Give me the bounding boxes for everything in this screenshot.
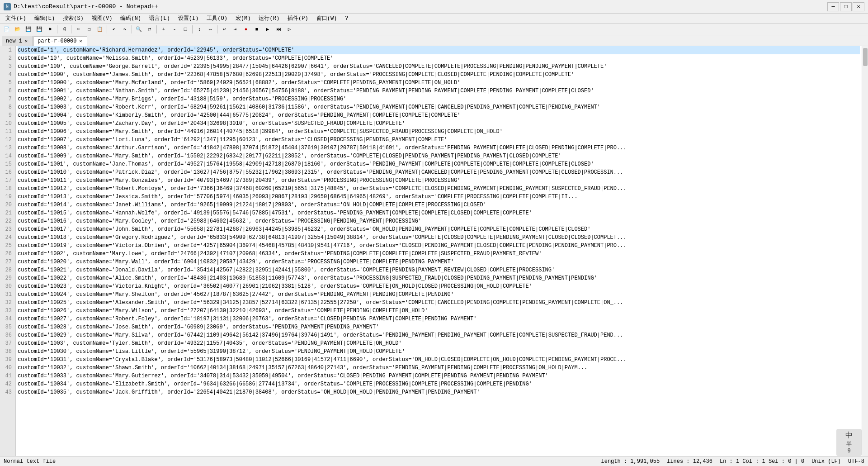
indent-button[interactable]: ⇥ — [230, 25, 240, 34]
wrap-button[interactable]: ↩ — [219, 25, 229, 34]
code-line-11[interactable]: customId='10006', customName='Mary.Smith… — [18, 128, 860, 136]
line-number-1: 1 — [0, 46, 14, 54]
code-line-33[interactable]: customId='10026', customName='Mary.Wilso… — [18, 307, 860, 315]
sep5 — [156, 25, 157, 33]
code-line-3[interactable]: customId='100', customName='George.Barre… — [18, 62, 860, 71]
code-line-42[interactable]: customId='10034', customName='Elizabeth.… — [18, 380, 860, 388]
open-file-button[interactable]: 📂 — [13, 25, 23, 34]
code-line-6[interactable]: customId='10001', customName='Nathan.Smi… — [18, 87, 860, 95]
code-line-8[interactable]: customId='10003', customName='Robert.Ker… — [18, 103, 860, 111]
macro-rec-button[interactable]: ● — [241, 25, 251, 34]
print-button[interactable]: 🖨 — [59, 25, 69, 34]
minimize-button[interactable]: — — [827, 2, 839, 11]
code-line-39[interactable]: customId='10031', customName='Crystal.Bl… — [18, 356, 860, 364]
line-number-31: 31 — [0, 290, 14, 299]
code-line-14[interactable]: customId='10009', customName='Mary.Smith… — [18, 152, 860, 160]
tab-part-r[interactable]: part-r-00000 ✕ — [33, 36, 87, 46]
corner-char1: 中 — [845, 431, 853, 440]
code-line-34[interactable]: customId='10027', customName='Robert.Fol… — [18, 315, 860, 323]
line-number-22: 22 — [0, 217, 14, 225]
code-line-12[interactable]: customId='10007', customName='Lori.Luna'… — [18, 136, 860, 144]
code-line-23[interactable]: customId='10017', customName='John.Smith… — [18, 225, 860, 233]
menu-file[interactable]: 文件(F) — [2, 14, 30, 23]
menu-macro[interactable]: 宏(M) — [232, 14, 255, 23]
sync-scroll-v-button[interactable]: ↕ — [194, 25, 204, 34]
code-line-20[interactable]: customId='10014', customName='Janet.Will… — [18, 201, 860, 209]
menu-help[interactable]: ? — [341, 14, 352, 23]
code-line-22[interactable]: customId='10016', customName='Mary.Coole… — [18, 217, 860, 225]
new-file-button[interactable]: 📄 — [2, 25, 12, 34]
macro-play-button[interactable]: ▶ — [263, 25, 273, 34]
code-line-31[interactable]: customId='10024', customName='Mary.Shelt… — [18, 290, 860, 299]
menu-edit[interactable]: 编辑(E) — [31, 14, 59, 23]
code-line-19[interactable]: customId='10013', customName='Jessica.Sm… — [18, 193, 860, 201]
code-line-38[interactable]: customId='10030', customName='Lisa.Littl… — [18, 347, 860, 356]
run-button[interactable]: ▷ — [284, 25, 294, 34]
vertical-scrollbar[interactable] — [862, 46, 868, 456]
code-line-28[interactable]: customId='10021', customName='Donald.Dav… — [18, 266, 860, 274]
macro-stop-button[interactable]: ■ — [252, 25, 262, 34]
code-line-41[interactable]: customId='10033', customName='Mary.Gutie… — [18, 372, 860, 380]
line-number-8: 8 — [0, 103, 14, 111]
code-line-32[interactable]: customId='10025', customName='Alexander.… — [18, 299, 860, 307]
code-line-18[interactable]: customId='10012', customName='Robert.Mon… — [18, 185, 860, 193]
code-line-17[interactable]: customId='10011', customName='Mary.Gonza… — [18, 176, 860, 185]
code-line-5[interactable]: customId='10000', customName='Mary.Mcfar… — [18, 79, 860, 87]
menu-run[interactable]: 运行(R) — [255, 14, 283, 23]
code-line-2[interactable]: customId='10', customName='Melissa.Smith… — [18, 54, 860, 62]
line-number-42: 42 — [0, 380, 14, 388]
zoom-reset-button[interactable]: □ — [180, 25, 190, 34]
menu-language[interactable]: 语言(L) — [146, 14, 174, 23]
code-line-40[interactable]: customId='10032', customName='Shawn.Smit… — [18, 364, 860, 372]
code-line-7[interactable]: customId='10002', customName='Mary.Brigg… — [18, 95, 860, 103]
menu-view[interactable]: 视图(V) — [88, 14, 116, 23]
menu-settings[interactable]: 设置(I) — [175, 14, 203, 23]
sync-scroll-h-button[interactable]: ↔ — [205, 25, 215, 34]
maximize-button[interactable]: □ — [840, 2, 852, 11]
find-button[interactable]: 🔍 — [134, 25, 144, 34]
code-area[interactable]: customId='1', customName='Richard.Hernan… — [16, 46, 862, 456]
tab-part-r-close[interactable]: ✕ — [78, 38, 83, 44]
code-line-30[interactable]: customId='10023', customName='Victoria.K… — [18, 282, 860, 290]
menu-tools[interactable]: 工具(O) — [203, 14, 231, 23]
code-line-35[interactable]: customId='10028', customName='Jose.Smith… — [18, 323, 860, 331]
cut-button[interactable]: ✂ — [73, 25, 83, 34]
code-line-16[interactable]: customId='10010', customName='Patrick.Di… — [18, 168, 860, 176]
code-line-25[interactable]: customId='10019', customName='Victoria.O… — [18, 242, 860, 250]
close-button[interactable]: ✕ — [853, 2, 864, 11]
code-line-27[interactable]: customId='10020', customName='Mary.Wall'… — [18, 258, 860, 266]
replace-button[interactable]: ⇄ — [145, 25, 155, 34]
code-line-13[interactable]: customId='10008', customName='Arthur.Gar… — [18, 144, 860, 152]
zoom-in-button[interactable]: + — [159, 25, 169, 34]
tab-new1-close[interactable]: ✕ — [24, 38, 28, 44]
code-line-26[interactable]: customId='1002', customName='Mary.Lowe',… — [18, 250, 860, 258]
code-line-36[interactable]: customId='10029', customName='Mary.Silva… — [18, 331, 860, 339]
window-controls[interactable]: — □ ✕ — [827, 2, 864, 11]
zoom-out-button[interactable]: - — [170, 25, 179, 34]
save-button[interactable]: 💾 — [24, 25, 33, 34]
undo-button[interactable]: ↶ — [109, 25, 119, 34]
code-line-24[interactable]: customId='10018', customName='Gregory.Ro… — [18, 233, 860, 242]
code-line-37[interactable]: customId='1003', customName='Tyler.Smith… — [18, 339, 860, 347]
menu-plugins[interactable]: 插件(P) — [284, 14, 312, 23]
code-line-10[interactable]: customId='10005', customName='Zachary.Da… — [18, 119, 860, 128]
paste-button[interactable]: 📋 — [95, 25, 105, 34]
code-line-21[interactable]: customId='10015', customName='Hannah.Wol… — [18, 209, 860, 217]
code-line-29[interactable]: customId='10022', customName='Alice.Smit… — [18, 274, 860, 282]
macro-run-button[interactable]: ⏭ — [274, 25, 283, 34]
code-line-1[interactable]: customId='1', customName='Richard.Hernan… — [18, 46, 860, 54]
menu-window[interactable]: 窗口(W) — [313, 14, 341, 23]
scrollbar-thumb[interactable] — [863, 48, 868, 66]
code-line-9[interactable]: customId='10004', customName='Kimberly.S… — [18, 111, 860, 119]
redo-button[interactable]: ↷ — [120, 25, 130, 34]
code-line-15[interactable]: customId='1001', customName='Jane.Thomas… — [18, 160, 860, 168]
menu-search[interactable]: 搜索(S) — [59, 14, 87, 23]
tab-new1[interactable]: new 1 ✕ — [2, 36, 33, 46]
copy-button[interactable]: ❐ — [84, 25, 94, 34]
code-line-43[interactable]: customId='10035', customName='Jack.Griff… — [18, 388, 860, 396]
code-line-4[interactable]: customId='1000', customName='James.Smith… — [18, 71, 860, 79]
save-all-button[interactable]: 💾 — [34, 25, 44, 34]
window-title: D:\test\coResult\part-r-00000 - Notepad+… — [14, 3, 158, 10]
close-button-tb[interactable]: ✖ — [45, 25, 55, 34]
menu-encoding[interactable]: 编码(N) — [117, 14, 145, 23]
